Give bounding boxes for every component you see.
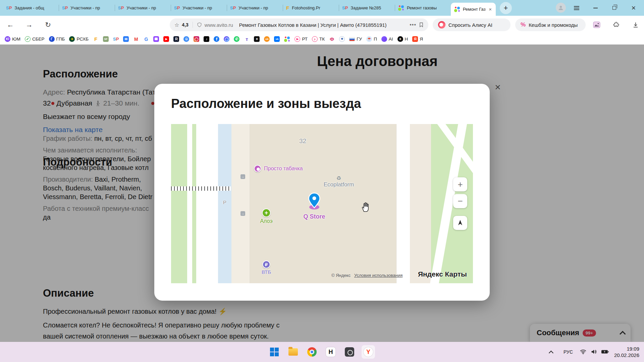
browser-tab-8[interactable]: Ремонт Газо×	[451, 3, 496, 16]
cashback-button[interactable]: % Кешбэк и промокоды	[515, 18, 586, 31]
tab-close-icon[interactable]: ×	[488, 6, 492, 12]
location-pin[interactable]	[308, 192, 321, 210]
modal-close-button[interactable]: ×	[492, 81, 504, 93]
volume-icon[interactable]	[591, 349, 597, 356]
bookmark-gosuslugi[interactable]: ❖	[339, 36, 345, 42]
bookmark-gosuslugi-flag[interactable]: ГУ	[349, 37, 362, 42]
bookmark-sf[interactable]: SF	[103, 36, 109, 42]
more-actions-icon[interactable]: •••	[410, 22, 416, 28]
zoom-out-button[interactable]: −	[453, 194, 467, 208]
pin-icon	[308, 192, 321, 210]
back-button[interactable]: ←	[5, 20, 16, 30]
bookmark-google[interactable]: G	[143, 36, 149, 42]
sp-favicon: SP	[62, 5, 68, 10]
rutube-icon: R	[173, 36, 179, 42]
wifi-icon[interactable]	[580, 349, 586, 356]
browser-tab-1[interactable]: SPУчастники - пр	[59, 0, 115, 16]
bookmark-flag-icon[interactable]	[419, 22, 424, 27]
keyboard-layout[interactable]: РУС	[564, 349, 573, 355]
yumoney-icon: Ю	[5, 36, 10, 42]
bookmark-yandex[interactable]: ЯЯ	[412, 36, 423, 42]
shield-icon[interactable]	[197, 22, 202, 27]
taskbar-app-yandex-browser[interactable]: Y	[362, 345, 375, 359]
bookmark-mail[interactable]: ✉	[123, 36, 129, 42]
taskbar-app-capture-app[interactable]	[343, 345, 356, 359]
bookmark-vk[interactable]: vk	[274, 36, 280, 42]
window-restore-button[interactable]	[606, 0, 622, 16]
fotohosting-favicon: F	[286, 5, 289, 11]
forward-button[interactable]: →	[23, 20, 35, 30]
bookmark-facebook[interactable]: f	[214, 36, 219, 42]
taskbar-app-chrome[interactable]	[305, 345, 319, 359]
new-tab-button[interactable]: +	[500, 2, 512, 14]
gmail-icon: M	[133, 36, 139, 42]
window-close-button[interactable]: ×	[626, 0, 641, 16]
bookmark-ai-assistant[interactable]: AI	[381, 36, 393, 42]
browser-tab-7[interactable]: Ремонт газовы	[395, 0, 451, 16]
bookmark-fotohosting[interactable]: F	[93, 36, 99, 42]
browser-tab-2[interactable]: SPУчастники - пр	[115, 0, 171, 16]
taskbar-app-windows-start[interactable]	[268, 345, 281, 359]
bookmark-star-app[interactable]: ✦	[254, 36, 260, 42]
screenshot-tool-button[interactable]	[592, 20, 601, 29]
bookmark-gazprombank[interactable]: ГГПБ	[49, 36, 65, 42]
bookmark-instagram-alt[interactable]: ◯	[224, 36, 229, 42]
downloads-button[interactable]	[631, 20, 640, 29]
bookmark-pogoda[interactable]: ☂П	[366, 36, 377, 42]
yandex-map[interactable]: 32 P → → Просто табачка ♻ Ecoplatform Q …	[171, 124, 473, 283]
taskbar-clock[interactable]: 19:09 20.02.2026	[614, 346, 639, 358]
browser-tab-0[interactable]: SPЗадания - общ	[3, 0, 59, 16]
bookmark-sp[interactable]: SP	[113, 37, 119, 42]
bookmark-tau[interactable]: т	[244, 36, 250, 42]
rating-star-icon[interactable]: ☆	[174, 22, 179, 28]
taskbar-app-file-explorer[interactable]	[286, 345, 300, 359]
hidden-icons-chevron[interactable]	[549, 351, 553, 355]
map-poi-qstore-label[interactable]: Q Store	[301, 213, 328, 220]
bookmark-yumoney[interactable]: ЮЮМ	[5, 36, 20, 42]
alice-assistant-button[interactable]: Спросить Алису AI	[433, 18, 511, 31]
profile-avatar[interactable]	[556, 3, 566, 13]
reload-button[interactable]: ↻	[42, 20, 54, 30]
bookmark-tk[interactable]: ›ТК	[312, 36, 325, 42]
bookmark-youtube[interactable]: ▶	[163, 36, 169, 42]
rt-icon: ▶	[294, 36, 300, 42]
bookmark-vk-messenger[interactable]: ü	[183, 36, 189, 42]
tab-strip: SPЗадания - общSPУчастники - прSPУчастни…	[0, 0, 496, 16]
zoom-in-button[interactable]: +	[453, 177, 467, 191]
browser-tab-3[interactable]: SPУчастники - пр	[171, 0, 227, 16]
map-poi-aloe[interactable]: + Алоэ	[256, 208, 276, 224]
bookmark-rshb[interactable]: ✶РСХБ	[69, 36, 89, 42]
bookmark-odnoklassniki[interactable]: ok	[264, 36, 270, 42]
bookmark-n-star[interactable]: ✦Н	[397, 36, 408, 42]
instagram-alt-icon: ◯	[224, 36, 229, 42]
taskbar-app-h-app[interactable]: H	[324, 345, 337, 359]
browser-tab-5[interactable]: FFotohosting.Pr	[283, 0, 339, 16]
pharmacy-marker-icon: +	[262, 208, 271, 217]
battery-icon[interactable]	[601, 349, 609, 355]
gosuslugi-flag-icon	[349, 37, 355, 41]
bookmark-rutube[interactable]: R	[173, 36, 179, 42]
extensions-button[interactable]	[612, 20, 621, 29]
window-minimize-button[interactable]	[588, 0, 603, 16]
map-poi-tabachka[interactable]: Просто табачка	[254, 165, 303, 172]
bookmark-instagram[interactable]: ◯	[194, 36, 199, 42]
geolocation-button[interactable]	[453, 216, 467, 230]
yandex-maps-logo[interactable]: Яндекс Карты	[418, 270, 467, 278]
browser-menu-button[interactable]	[569, 0, 584, 16]
terms-of-use-link[interactable]: Условия использования	[354, 273, 402, 278]
sp-favicon: SP	[118, 5, 124, 10]
bookmark-phi[interactable]: Ф	[329, 36, 335, 42]
bookmark-whatsapp[interactable]: ✆	[234, 36, 239, 42]
address-bar[interactable]: ☆ 4,3 www.avito.ru Ремонт Газовых Котлов…	[170, 18, 428, 31]
map-poi-vtb[interactable]: ₽ ВТБ	[258, 260, 275, 275]
tab-title: Задание №285	[351, 5, 391, 10]
bookmark-gmail[interactable]: M	[133, 36, 139, 42]
bookmark-twitch[interactable]	[153, 36, 159, 42]
bookmark-sber[interactable]: ✓СБЕР	[25, 36, 45, 42]
bookmark-avito[interactable]	[284, 36, 290, 42]
bookmark-rt[interactable]: ▶РТ	[294, 36, 308, 42]
map-poi-ecoplatform[interactable]: ♻ Ecoplatform	[322, 175, 356, 188]
browser-tab-6[interactable]: SPЗадание №285	[339, 0, 395, 16]
bookmark-tiktok[interactable]: ♪	[204, 36, 209, 42]
browser-tab-4[interactable]: SPУчастники - пр	[227, 0, 283, 16]
